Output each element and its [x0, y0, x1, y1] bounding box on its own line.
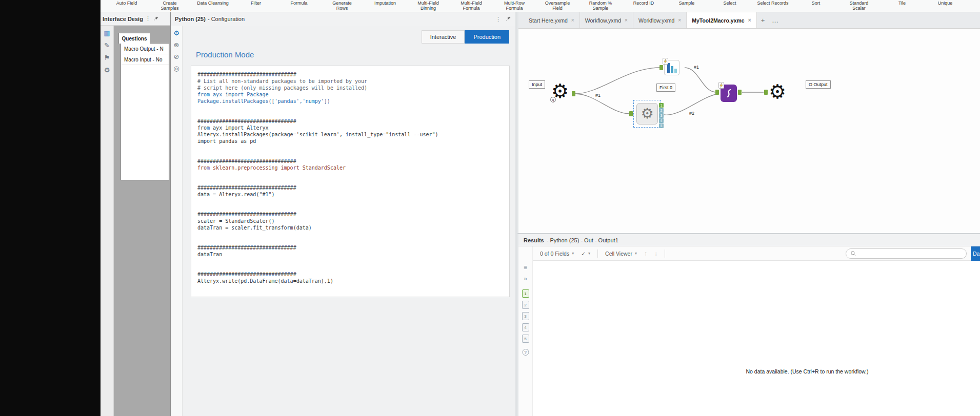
toolbar-separator — [665, 249, 665, 258]
results-search — [846, 248, 967, 259]
toolbar-item-tile[interactable]: Tile — [886, 1, 918, 6]
previous-arrow-icon[interactable]: ↑ — [644, 250, 647, 257]
toolbar-item-sort[interactable]: Sort — [800, 1, 832, 6]
new-workflow-tab-button[interactable]: + — [757, 12, 769, 28]
interface-designer-header: Interface Desig ⋮ — [101, 12, 170, 26]
results-header: Results - Python (25) - Out - Output1 — [518, 234, 980, 246]
search-input[interactable] — [859, 251, 962, 257]
toolbar-item-sample[interactable]: Sample — [671, 1, 703, 6]
toolbar-item-multi-field-formula[interactable]: Multi-Field Formula — [455, 1, 487, 11]
question-anchor-icon[interactable]: q — [550, 97, 556, 102]
python-output-anchor-2[interactable]: 2 — [659, 108, 664, 113]
interface-designer-panel: Interface Desig ⋮ ▦ ✎ ⚑ ⚙ Questions Macr… — [101, 12, 171, 416]
toolbar-item-select[interactable]: Select — [714, 1, 746, 6]
tab-overflow-button[interactable]: … — [769, 12, 782, 28]
tab-questions[interactable]: Questions — [118, 33, 150, 44]
data-button[interactable]: Da — [971, 246, 980, 261]
pin-icon[interactable] — [153, 16, 159, 22]
output-anchor-5[interactable]: 5 — [522, 335, 529, 343]
wrench-icon[interactable]: ✎ — [104, 42, 110, 49]
macro-input-anchor[interactable] — [715, 90, 719, 95]
kebab-menu-icon[interactable]: ⋮ — [145, 15, 151, 22]
output-anchor-3[interactable]: 3 — [522, 312, 529, 320]
question-item-macro-input-no[interactable]: Macro Input - No — [121, 54, 169, 65]
mode-tabs: Interactive Production — [422, 30, 509, 44]
tab-production[interactable]: Production — [465, 30, 509, 44]
python-output-anchor-3[interactable]: 3 — [659, 113, 664, 118]
workflow-tab-label: MyTool2Macro.yxmc — [692, 17, 745, 24]
settings-gear-icon[interactable]: ⚙ — [104, 67, 110, 74]
workflow-tab-start-here-yxmd[interactable]: Start Here.yxmd× — [524, 12, 580, 28]
output-anchor-1[interactable]: 1 — [522, 289, 529, 298]
workflow-tab-mytool2macro-yxmc[interactable]: MyTool2Macro.yxmc× — [687, 12, 756, 28]
results-subtitle: - Python (25) - Out - Output1 — [547, 237, 618, 243]
collapse-chevrons-icon[interactable]: » — [524, 275, 527, 282]
macro-tool[interactable] — [721, 85, 737, 102]
macro-input-output-anchor[interactable] — [572, 91, 575, 96]
select-fields-dropdown[interactable]: ✓ ▾ — [581, 251, 590, 257]
toolbar-item-unique[interactable]: Unique — [929, 1, 961, 6]
cancel-circle-icon[interactable]: ⊗ — [174, 41, 179, 49]
toolbar-item-formula[interactable]: Formula — [283, 1, 315, 6]
toolbar-item-select-records[interactable]: Select Records — [757, 1, 789, 6]
fields-dropdown[interactable]: 0 of 0 Fields ▾ — [540, 251, 574, 257]
toolbar-item-oversample-field[interactable]: Oversample Field — [542, 1, 573, 11]
output-anchor-4[interactable]: 4 — [522, 323, 529, 331]
question-item-macro-output-n[interactable]: Macro Output - N — [121, 44, 169, 54]
close-tab-icon[interactable]: × — [748, 17, 751, 23]
toolbar-item-filter[interactable]: Filter — [240, 1, 272, 6]
close-tab-icon[interactable]: × — [625, 17, 628, 23]
pin-icon[interactable] — [505, 16, 511, 22]
help-icon[interactable]: ? — [522, 349, 529, 356]
python-tool[interactable]: ⚙ — [636, 103, 658, 124]
code-line — [197, 111, 503, 118]
no-data-message: No data available. (Use Ctrl+R to run th… — [746, 368, 869, 375]
close-tab-icon[interactable]: × — [678, 17, 681, 23]
toolbar-item-multi-row-formula[interactable]: Multi-Row Formula — [498, 1, 530, 11]
connection-label: #1 — [594, 93, 602, 98]
macro-output-input-anchor[interactable] — [764, 90, 768, 95]
annotation-circle-icon[interactable]: ◎ — [173, 65, 179, 72]
toolbar-item-standard-scalar[interactable]: Standard Scalar — [843, 1, 875, 11]
python-code-editor[interactable]: ################################# List a… — [191, 66, 510, 297]
python-output-anchor-1[interactable]: 1 — [659, 103, 664, 108]
macro-output-tool[interactable]: ⚙ — [769, 82, 786, 101]
workflow-tab-workflow-yxmd[interactable]: Workflow.yxmd× — [633, 12, 687, 28]
close-tab-icon[interactable]: × — [571, 17, 574, 23]
test-view-icon[interactable]: ⚑ — [104, 54, 110, 61]
cell-viewer-dropdown[interactable]: Cell Viewer ▾ — [605, 251, 637, 257]
caret-down-icon: ▾ — [588, 251, 590, 256]
toolbar-item-record-id[interactable]: Record ID — [628, 1, 659, 6]
next-arrow-icon[interactable]: ↓ — [654, 250, 657, 257]
workflow-tab-workflow-yxmd[interactable]: Workflow.yxmd× — [580, 12, 633, 28]
output-anchor-2[interactable]: 2 — [522, 301, 529, 309]
toolbar-item-auto-field[interactable]: Auto Field — [111, 1, 143, 6]
layout-grid-icon[interactable]: ▦ — [104, 30, 110, 37]
code-line: from ayx import Package — [197, 91, 503, 98]
browse-input-anchor[interactable] — [659, 65, 663, 70]
left-dock-strip — [0, 0, 101, 416]
tool-palette-items: Auto FieldCreate SamplesData CleansingFi… — [101, 1, 980, 11]
bar-chart-icon — [671, 66, 673, 73]
tab-interactive[interactable]: Interactive — [422, 30, 465, 44]
toolbar-item-generate-rows[interactable]: Generate Rows — [326, 1, 358, 11]
browse-tool[interactable] — [664, 60, 679, 75]
toolbar-item-data-cleansing[interactable]: Data Cleansing — [197, 1, 229, 6]
toolbar-item-create-samples[interactable]: Create Samples — [154, 1, 186, 11]
toolbar-item-random-sample[interactable]: Random % Sample — [585, 1, 616, 11]
help-circle-icon: ? — [522, 349, 529, 356]
workflow-canvas[interactable]: Input ⚙ q #1 First 0 #1 ⚙ 12345 #2 ⚙ O O… — [518, 29, 980, 233]
macro-input-annotation: Input — [529, 80, 545, 89]
kebab-menu-icon[interactable]: ⋮ — [495, 16, 501, 23]
python-output-anchor-4[interactable]: 4 — [659, 118, 664, 123]
macro-output-anchor[interactable] — [738, 90, 742, 95]
workflow-tab-label: Workflow.yxmd — [585, 17, 621, 24]
settings-gear-icon[interactable]: ⚙ — [173, 30, 179, 37]
toolbar-item-multi-field-binning[interactable]: Multi-Field Binning — [412, 1, 444, 11]
bar-chart-icon — [667, 63, 670, 73]
python-input-anchor[interactable] — [629, 111, 633, 116]
hamburger-menu-icon[interactable]: ≡ — [524, 264, 527, 271]
toolbar-item-imputation[interactable]: Imputation — [369, 1, 401, 6]
tag-circle-icon[interactable]: ⊘ — [174, 53, 179, 60]
python-output-anchor-5[interactable]: 5 — [659, 123, 664, 128]
